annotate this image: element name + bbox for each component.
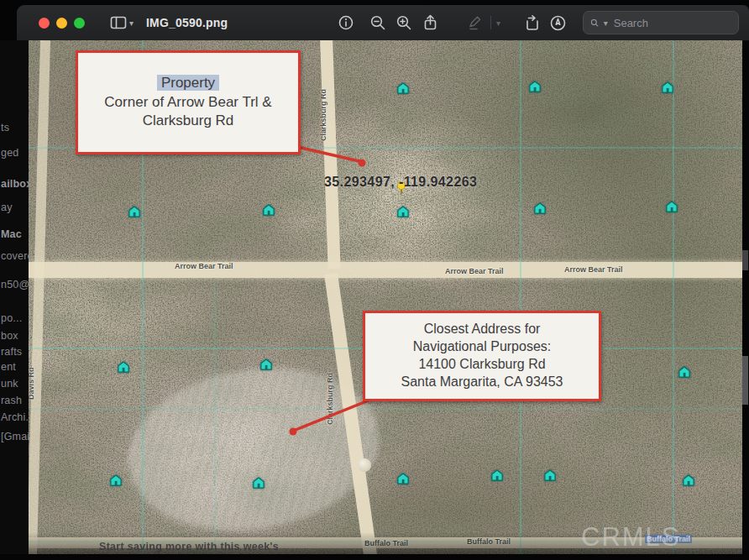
annotation-line: Navigational Purposes: xyxy=(365,338,599,356)
markup-toggle-icon xyxy=(549,14,567,32)
mail-sidebar-item[interactable]: ts xyxy=(1,122,9,133)
share-button[interactable] xyxy=(417,12,443,34)
info-icon xyxy=(338,14,354,31)
map-viewport[interactable]: Arrow Bear TrailArrow Bear TrailArrow Be… xyxy=(29,40,742,554)
minimize-button[interactable] xyxy=(56,18,67,29)
zoom-out-button[interactable] xyxy=(365,12,391,34)
search-input[interactable] xyxy=(612,16,731,30)
search-field[interactable]: ▾ xyxy=(583,11,739,34)
zoom-in-button[interactable] xyxy=(391,12,417,34)
titlebar: ▾ IMG_0590.png xyxy=(17,5,749,41)
zoom-in-icon xyxy=(395,14,413,32)
rotate-button[interactable] xyxy=(519,12,545,34)
zoom-out-icon xyxy=(369,14,387,32)
close-button[interactable] xyxy=(39,18,50,29)
annotation-box-address: Closest Address for Navigational Purpose… xyxy=(363,311,601,401)
mail-sidebar-item[interactable]: ay xyxy=(1,201,13,213)
annotation-line: 14100 Clarksburg Rd xyxy=(365,356,599,374)
screen: tsgedailboxayMaccoveren50@gmpo...boxraft… xyxy=(0,0,749,560)
markup-pen-icon xyxy=(466,14,483,31)
window-title: IMG_0590.png xyxy=(146,16,228,29)
annotation-line: Santa Margarita, CA 93453 xyxy=(365,374,599,391)
rotate-icon xyxy=(523,14,541,32)
markup-toggle-button[interactable] xyxy=(545,12,571,34)
highlighted-text: Property xyxy=(157,75,219,91)
chevron-down-icon: ▾ xyxy=(129,18,134,28)
screen-edge-artifact xyxy=(742,356,748,405)
screen-edge-artifact xyxy=(742,250,748,270)
annotation-box-property: Property Corner of Arrow Bear Trl & Clar… xyxy=(76,50,301,154)
mail-sidebar-item[interactable]: box xyxy=(1,330,18,342)
crmls-watermark: CRMLS xyxy=(581,522,681,552)
sidebar-toggle-button[interactable]: ▾ xyxy=(105,12,138,34)
preview-window: ▾ IMG_0590.png xyxy=(17,5,749,554)
markup-dropdown-chevron-icon[interactable]: ▾ xyxy=(496,18,500,28)
sidebar-icon xyxy=(109,14,128,31)
background-email-subject-text: Start saving more with this week's xyxy=(99,541,279,552)
toolbar-divider xyxy=(490,16,491,29)
annotation-line: Clarksburg Rd xyxy=(78,112,298,130)
zoom-window-button[interactable] xyxy=(74,18,85,29)
search-icon xyxy=(590,18,600,29)
annotation-line: Corner of Arrow Bear Trl & xyxy=(78,93,298,112)
share-icon xyxy=(422,13,439,32)
search-scope-chevron-icon[interactable]: ▾ xyxy=(604,18,608,28)
mail-sidebar-item[interactable]: unk xyxy=(1,378,18,390)
markup-pen-button[interactable] xyxy=(462,12,487,34)
annotation-line: Closest Address for xyxy=(365,321,599,338)
mail-sidebar-item[interactable]: ent xyxy=(1,361,16,373)
info-button[interactable] xyxy=(333,12,359,34)
